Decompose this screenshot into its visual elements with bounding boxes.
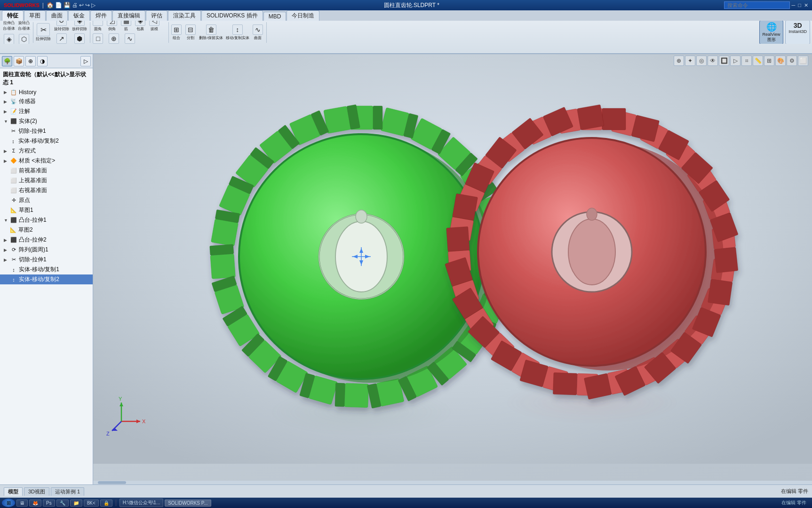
viewport[interactable]: X Y Z (93, 54, 812, 484)
view-settings-btn[interactable]: ⚙ (787, 56, 797, 66)
surface-btn[interactable]: ∿ 曲面 (251, 24, 264, 41)
intersect-btn[interactable]: ⊕ 相交何体 (105, 33, 122, 44)
taskbar-btn-firefox[interactable]: 🦊 (29, 500, 41, 507)
delete-body-btn[interactable]: 🗑 删除/保留实体 (198, 24, 223, 41)
boundary-boss-btn[interactable]: ⬡ 边界凸 台/基体 (17, 33, 31, 44)
boss-extrude2-icon: ⬛ (10, 237, 17, 243)
tab-mbd[interactable]: MBD (263, 12, 287, 21)
h-scroll-thumb[interactable] (98, 481, 126, 484)
move-copy2-icon: ↕ (9, 138, 17, 144)
shell-btn[interactable]: □ 抽壳 (91, 33, 104, 44)
tab-render[interactable]: 渲染工具 (168, 10, 201, 21)
tree-item-cut-extrude1[interactable]: ✂ 切除-拉伸1 (0, 126, 93, 136)
config-tab[interactable]: ⊕ (25, 56, 36, 66)
tree-item-sketch1[interactable]: 📐 草图1 (0, 205, 93, 215)
tree-item-equations[interactable]: ▶ Σ 方程式 (0, 146, 93, 156)
instant3d-btn[interactable]: 3D Instant3D (785, 21, 810, 44)
close-button[interactable]: ✕ (804, 2, 808, 8)
horizontal-scrollbar[interactable] (93, 481, 812, 484)
tree-item-move-copy1[interactable]: ↕ 实体-移动/复制1 (0, 265, 93, 274)
view-hide-btn[interactable]: 👁 (708, 56, 718, 66)
status-tab-3dview[interactable]: 3D视图 (24, 487, 49, 496)
view-appear-btn[interactable]: 🔲 (719, 56, 729, 66)
sidebar-tab-bar: 🌳 📦 ⊕ ◑ ▷ (0, 54, 93, 68)
tree-item-sensors[interactable]: ▶ 📡 传感器 (0, 97, 93, 106)
split-btn[interactable]: ⊟ 分割 (184, 24, 197, 41)
tab-features[interactable]: 特征 (2, 10, 24, 21)
tab-direct-edit[interactable]: 直接编辑 (112, 10, 145, 21)
tree-item-top-plane[interactable]: ⬜ 上视基准面 (0, 176, 93, 185)
taskbar-running-solidworks[interactable]: SOLIDWORKS P... (165, 500, 211, 507)
tab-manufacturing[interactable]: 今日制造 (287, 10, 319, 21)
chamfer-btn[interactable]: ◿ 倒角 (105, 21, 119, 32)
boss-extrude2-label: 凸台-拉伸2 (19, 236, 47, 244)
tree-item-material[interactable]: ▶ 🔶 材质 <未指定> (0, 156, 93, 166)
move-copy-btn[interactable]: ↕ 移动/复制实体 (225, 24, 250, 41)
view-ref-btn[interactable]: ⊞ (764, 56, 774, 66)
view-color-btn[interactable]: 🎨 (775, 56, 786, 66)
draft-btn[interactable]: ◁ 拔模 (148, 21, 161, 32)
status-tab-motion[interactable]: 运动算例 1 (51, 487, 84, 496)
taskbar-running-explorer[interactable]: H:\微信公众号\1... (119, 499, 163, 507)
tree-item-history[interactable]: ▶ 📋 History (0, 88, 93, 97)
tab-sheetmetal[interactable]: 钣金 (68, 10, 90, 21)
tree-item-move-copy2[interactable]: ↕ 实体-移动/复制2 (0, 136, 93, 146)
curve-btn[interactable]: ∿ 曲线 (123, 33, 136, 44)
tree-item-pattern1[interactable]: ▶ ⟳ 阵列(圆周)1 (0, 245, 93, 255)
tree-item-front-plane[interactable]: ⬜ 前视基准面 (0, 166, 93, 176)
realview-btn[interactable]: 🌐 RealView 图形 (759, 21, 784, 44)
tree-item-notes[interactable]: ▶ 📝 注解 (0, 106, 93, 116)
sketch1-label: 草图1 (19, 206, 33, 214)
revolve-cut-btn[interactable]: ↺ 旋转切除 (53, 21, 70, 32)
tree-item-cut-extrude1b[interactable]: ▶ ✂ 切除-拉伸1 (0, 255, 93, 265)
view-section-btn[interactable]: ✦ (685, 56, 695, 66)
view-extra-btn[interactable]: ⬜ (798, 56, 808, 66)
search-input[interactable] (724, 1, 790, 9)
tree-item-sketch2[interactable]: 📐 草图2 (0, 225, 93, 235)
tree-item-boss-extrude1[interactable]: ▼ ⬛ 凸台-拉伸1 (0, 215, 93, 225)
tab-sw-addins[interactable]: SOLIDWORKS 插件 (201, 10, 263, 21)
tree-item-bodies[interactable]: ▼ ⬛ 实体(2) (0, 116, 93, 126)
expand-panel-btn[interactable]: ▷ (80, 56, 91, 66)
tab-sketch[interactable]: 草图 (24, 10, 46, 21)
tab-evaluate[interactable]: 评估 (146, 10, 167, 21)
taskbar-btn-8k[interactable]: 8K< (84, 500, 99, 507)
sweep-cut-btn[interactable]: ↗ 扫描切除 (53, 33, 70, 44)
tree-item-move-copy2b[interactable]: ↕ 实体-移动/复制2 (0, 274, 93, 284)
sketch2-icon: 📐 (9, 227, 17, 233)
loft-boss-btn[interactable]: ◈ 放样凸 台/基体 (2, 33, 16, 44)
taskbar-btn-explorer[interactable]: 📁 (70, 500, 82, 507)
taskbar-btn-photoshop[interactable]: Ps (43, 500, 55, 507)
taskbar-btn-desktop[interactable]: 🖥 (16, 500, 28, 507)
view-display-btn[interactable]: ◎ (696, 56, 707, 66)
tab-surface[interactable]: 曲面 (46, 10, 68, 21)
boundary-cut-btn[interactable]: ⬢ 边界切除 (71, 33, 88, 44)
feature-tree-tab[interactable]: 🌳 (2, 56, 12, 66)
svg-rect-94 (602, 108, 626, 130)
boss-extrude-btn[interactable]: ⬛ 拉伸凸 台/基体 (2, 21, 16, 32)
view-snap-btn[interactable]: ⌗ (741, 56, 752, 66)
rib-btn[interactable]: ▦ 筋 (119, 21, 133, 32)
fillet-btn[interactable]: ⌒ 圆角 (91, 21, 104, 32)
revolve-boss-btn[interactable]: ↺ 旋转凸 台/基体 (17, 21, 31, 32)
view-orientation-btn[interactable]: ⊕ (674, 56, 684, 66)
windows-start-btn[interactable]: ⊞ (2, 499, 15, 507)
taskbar-btn-security[interactable]: 🔒 (100, 500, 112, 507)
status-tab-model[interactable]: 模型 (4, 487, 23, 496)
minimize-button[interactable]: ─ (792, 2, 796, 8)
tree-item-boss-extrude2[interactable]: ▶ ⬛ 凸台-拉伸2 (0, 235, 93, 245)
wrap-btn[interactable]: ◈ 包裹 (134, 21, 147, 32)
extrude-cut-btn[interactable]: ✂ 拉伸切除 (34, 22, 52, 42)
property-tab[interactable]: 📦 (14, 56, 24, 66)
tree-item-origin[interactable]: ✛ 原点 (0, 195, 93, 205)
combine-btn[interactable]: ⊞ 组合 (170, 24, 183, 41)
taskbar-btn-tool[interactable]: 🔧 (56, 500, 69, 507)
display-tab[interactable]: ◑ (37, 56, 48, 66)
view-measure-btn[interactable]: 📏 (753, 56, 763, 66)
maximize-button[interactable]: □ (798, 2, 801, 8)
sidebar-resize-handle[interactable] (91, 54, 95, 484)
tab-weldment[interactable]: 焊件 (90, 10, 112, 21)
tree-item-right-plane[interactable]: ⬜ 右视基准面 (0, 185, 93, 195)
loft-cut-btn[interactable]: ◈ 放样切除 (71, 21, 88, 32)
view-selection-btn[interactable]: ▷ (730, 56, 740, 66)
